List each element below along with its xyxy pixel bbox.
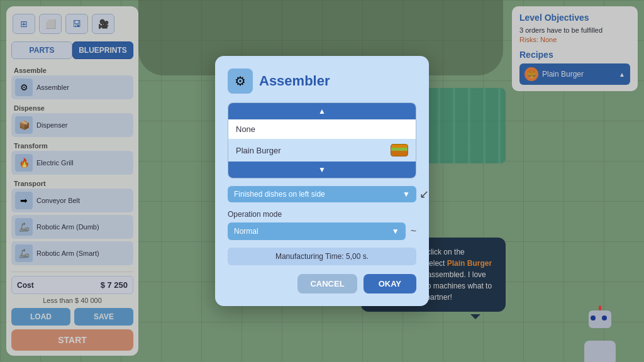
option-none-label: None <box>236 124 255 134</box>
assembler-modal: ⚙ Assembler ▲ None Plain Burger ▼ <box>215 56 429 306</box>
tilde-icon: ~ <box>411 226 416 237</box>
operation-value: Normal <box>234 227 258 236</box>
modal-overlay: ⚙ Assembler ▲ None Plain Burger ▼ <box>0 0 644 362</box>
burger-icon <box>391 144 408 156</box>
operation-label: Operation mode <box>228 210 416 219</box>
dropdown-option-burger[interactable]: Plain Burger <box>228 139 416 162</box>
output-dropdown[interactable]: Finished dishes on left side ▼ <box>228 186 416 202</box>
output-side-handle: ↙ <box>419 187 429 201</box>
output-label: Finished dishes on left side <box>234 190 325 199</box>
option-burger-label: Plain Burger <box>236 146 281 155</box>
arrow-down-icon: ▼ <box>318 165 326 174</box>
dropdown-footer-down[interactable]: ▼ <box>228 162 416 178</box>
modal-title: Assembler <box>259 73 330 89</box>
modal-title-row: ⚙ Assembler <box>228 69 416 94</box>
manufacturing-time: Manufacturing Time: 5,00 s. <box>228 248 416 265</box>
operation-section: Operation mode Normal ▼ ~ <box>228 210 416 240</box>
output-dropdown-arrow: ▼ <box>402 190 410 199</box>
arrow-up-icon: ▲ <box>318 107 326 116</box>
operation-dropdown-row: Normal ▼ ~ <box>228 222 416 240</box>
operation-dropdown-arrow: ▼ <box>392 227 399 236</box>
modal-buttons: CANCEL OKAY <box>228 274 416 293</box>
cancel-button[interactable]: CANCEL <box>297 274 357 293</box>
modal-assembler-icon: ⚙ <box>228 69 253 94</box>
recipe-dropdown[interactable]: ▲ None Plain Burger ▼ <box>228 102 416 178</box>
operation-dropdown[interactable]: Normal ▼ <box>228 222 406 240</box>
output-wrapper: Finished dishes on left side ▼ ↙ <box>228 186 416 202</box>
dropdown-option-none[interactable]: None <box>228 119 416 139</box>
dropdown-option-burger-row: Plain Burger <box>236 144 408 156</box>
okay-button[interactable]: OKAY <box>364 274 416 293</box>
dropdown-header-up[interactable]: ▲ <box>228 103 416 119</box>
